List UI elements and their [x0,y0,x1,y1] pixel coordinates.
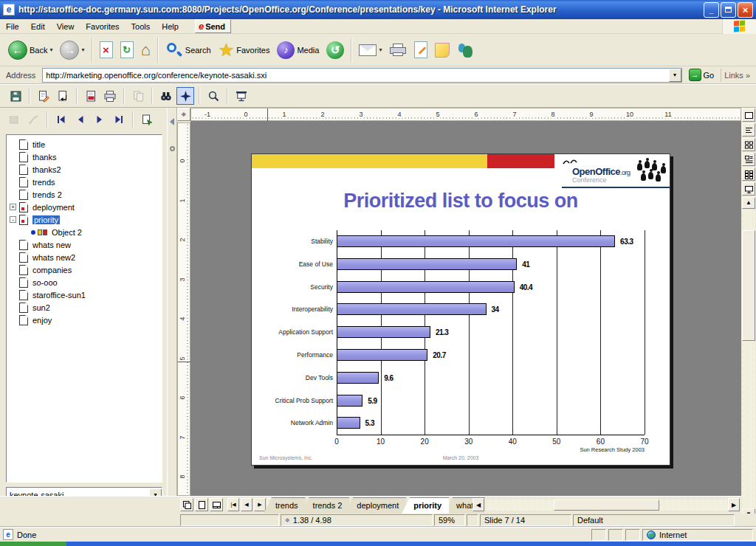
tree-item-priority[interactable]: -priority [7,213,162,226]
mail-dropdown-icon[interactable]: ▾ [379,46,382,53]
tree-item-sun2[interactable]: sun2 [7,301,162,314]
address-dropdown-icon[interactable]: ▾ [669,69,681,82]
favorites-button[interactable]: ★ Favorites [215,39,274,61]
slide[interactable]: OpenOffice.org Conference Prioritized li… [251,153,670,466]
tabs-scroll-right-icon[interactable]: ▶ [728,498,740,511]
tree-item-trends[interactable]: trends [7,176,162,188]
collapse-panel-icon[interactable] [170,118,174,125]
tree-item-companies[interactable]: companies [7,263,162,276]
tree-item-trends-2[interactable]: trends 2 [7,188,162,201]
first-tab-button[interactable]: |◀ [227,498,239,511]
menu-item-view[interactable]: View [51,21,80,32]
horizontal-scrollbar-thumb[interactable] [554,500,659,511]
next-tab-button[interactable]: ▶ [254,498,266,511]
prev-tab-button[interactable]: ◀ [241,498,252,511]
tree-item-thanks2[interactable]: thanks2 [7,163,162,176]
media-button[interactable]: ♪ Media [273,39,323,61]
slide-tab-priority[interactable]: priority [402,497,449,514]
tree-item-so-ooo[interactable]: so-ooo [7,276,162,288]
history-button[interactable]: ↺ [323,39,348,61]
search-button[interactable]: Search [162,39,215,61]
tree-item-staroffice-sun1[interactable]: staroffice-sun1 [7,288,162,301]
last-slide-button[interactable] [110,111,128,128]
drag-mode-button[interactable] [138,111,156,128]
menu-item-help[interactable]: Help [156,21,185,32]
address-input[interactable]: http://marketing.openoffice.org/conferen… [42,68,681,83]
mail-button[interactable]: ▾ [355,42,385,58]
back-button[interactable]: ← Back ▾ [4,38,56,62]
slide-tab-trends-2[interactable]: trends 2 [301,497,350,514]
edit-button[interactable] [410,39,431,61]
presentation-button[interactable] [233,87,250,105]
links-button[interactable]: Links » [721,69,753,82]
slide-canvas[interactable]: OpenOffice.org Conference Prioritized li… [190,121,741,496]
outline-view-button[interactable] [742,123,755,136]
copy-button[interactable] [129,87,147,105]
forward-button[interactable]: → ▾ [56,38,88,62]
notes-view-button[interactable] [742,153,755,166]
tree-item-whats-new[interactable]: whats new [7,238,162,251]
discuss-button[interactable] [431,41,453,60]
vertical-scrollbar[interactable] [742,210,755,508]
navigator-button[interactable] [176,87,194,105]
tree-item-title[interactable]: title [7,138,162,151]
find-button[interactable] [157,87,175,105]
tree-item-whats-new2[interactable]: whats new2 [7,251,162,263]
stop-button[interactable]: × [96,39,117,61]
drawing-view-button[interactable] [742,108,755,122]
previous-slide-button[interactable] [72,111,89,128]
pen-button[interactable] [24,111,42,128]
close-button[interactable]: × [738,2,753,18]
layer-view-mini-button[interactable] [210,498,223,511]
tabs-scroll-left-icon[interactable]: ◀ [472,498,484,511]
address-url[interactable]: http://marketing.openoffice.org/conferen… [43,71,668,80]
tree-item-thanks[interactable]: thanks [7,151,162,163]
first-slide-button[interactable] [52,111,70,128]
status-zoom-segment[interactable]: 59% [434,514,465,526]
tree-expander-icon[interactable]: + [10,204,16,210]
send-button[interactable]: e Send [195,19,231,33]
right-scroll-column: ▲▼ [741,108,756,521]
panel-splitter[interactable] [167,108,177,514]
start-button-edge[interactable] [0,542,66,546]
go-button[interactable]: → Go [686,68,718,82]
taskbar-edge[interactable] [0,542,756,546]
vertical-ruler[interactable]: 012345678 [177,122,190,496]
vertical-scrollbar-thumb[interactable] [742,230,755,341]
forward-dropdown-icon[interactable]: ▾ [81,46,84,53]
slide-tab-trends[interactable]: trends [264,497,306,514]
tree-item-deployment[interactable]: +deployment [7,201,162,213]
horizontal-scrollbar[interactable] [486,500,727,511]
save-button[interactable] [7,87,24,105]
menu-item-tools[interactable]: Tools [126,21,157,32]
handout-view-button[interactable] [742,167,755,181]
menu-item-file[interactable]: File [0,21,25,32]
slide-view-mini-button[interactable] [180,498,193,511]
restore-button[interactable] [721,2,736,18]
zoom-button[interactable] [205,87,222,105]
home-button[interactable]: ⌂ [137,40,154,61]
slide-show-button[interactable] [742,182,755,196]
next-slide-button[interactable] [91,111,109,128]
scroll-up-icon[interactable]: ▲ [742,197,755,209]
pointer-button[interactable] [5,111,23,128]
back-dropdown-icon[interactable]: ▾ [49,46,52,53]
slide-sorter-button[interactable] [742,138,755,151]
print-button[interactable] [101,87,119,105]
refresh-button[interactable]: ↻ [117,39,137,61]
master-view-mini-button[interactable] [195,498,208,511]
minimize-button[interactable]: _ [704,2,719,18]
tree-item-enjoy[interactable]: enjoy [7,314,162,326]
tree-expander-icon[interactable]: - [10,216,16,223]
menu-item-favorites[interactable]: Favorites [80,21,125,32]
tree-item-Object-2[interactable]: Object 2 [7,226,162,238]
horizontal-ruler[interactable]: -101234567891011 [190,108,741,121]
slide-tab-deployment[interactable]: deployment [345,497,406,514]
menu-item-edit[interactable]: Edit [25,21,51,32]
export-pdf-button[interactable] [82,87,100,105]
messenger-button[interactable] [453,40,478,61]
print-button[interactable] [385,41,410,59]
edit-document-button[interactable] [35,87,52,105]
ruler-origin-button[interactable]: ⌖ [177,108,190,121]
load-url-button[interactable] [54,87,72,105]
